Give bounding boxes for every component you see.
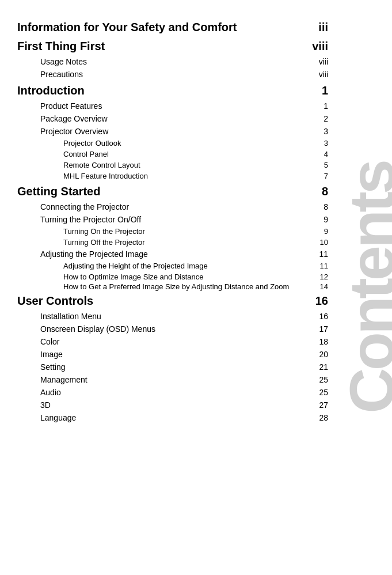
toc-title: Connecting the Projector <box>17 201 129 213</box>
toc-entry: Introduction1 <box>17 81 328 100</box>
toc-entry: Product Features1 <box>17 100 328 112</box>
toc-title: Product Features <box>17 100 102 112</box>
toc-title: 3D <box>17 399 51 411</box>
toc-entry: Setting21 <box>17 361 328 373</box>
toc-title: Management <box>17 373 87 386</box>
toc-entry: Language28 <box>17 411 328 424</box>
toc-page: 2 <box>324 114 328 123</box>
toc-title: Projector Outlook <box>17 138 121 149</box>
toc-entry: Projector Outlook3 <box>17 138 328 149</box>
toc-title: How to Optimize Image Size and Distance <box>17 271 204 282</box>
toc-page: 5 <box>324 161 328 169</box>
toc-page: 16 <box>315 294 328 308</box>
page-container: Information for Your Safety and Comforti… <box>0 0 392 575</box>
toc-title: How to Get a Preferred Image Size by Adj… <box>63 282 289 291</box>
toc-page: 9 <box>324 215 328 224</box>
toc-page: 1 <box>324 101 328 111</box>
toc-entry: Turning On the Projector9 <box>17 226 328 237</box>
toc-entry: Connecting the Projector8 <box>17 201 328 213</box>
toc-page: viii <box>319 57 328 66</box>
toc-title: Turning the Projector On/Off <box>17 213 141 226</box>
toc-page: viii <box>319 70 328 79</box>
toc-title: Getting Started <box>17 181 100 201</box>
toc-title: Installation Menu <box>17 310 101 323</box>
toc-page: 1 <box>322 84 328 97</box>
toc-title: Onscreen Display (OSD) Menus <box>17 323 155 335</box>
toc-title: Projector Overview <box>17 125 108 138</box>
content-area: Information for Your Safety and Comforti… <box>0 0 351 441</box>
toc-title: Turning On the Projector <box>17 226 145 237</box>
toc-entry: Audio25 <box>17 386 328 399</box>
toc-title: Remote Control Layout <box>17 160 140 171</box>
toc-page: 4 <box>324 150 328 158</box>
toc-entry: Color18 <box>17 335 328 348</box>
toc-entry: Remote Control Layout5 <box>17 160 328 171</box>
toc-entry-multiline: How to Get a Preferred Image Size by Adj… <box>17 282 328 291</box>
toc-entry: How to Optimize Image Size and Distance1… <box>17 271 328 282</box>
toc-page: 25 <box>319 375 328 384</box>
toc-page: 8 <box>322 185 328 198</box>
toc-title: Adjusting the Projected Image <box>17 248 148 260</box>
toc-title: User Controls <box>17 291 93 310</box>
toc-page: 25 <box>319 388 328 397</box>
toc-title: Turning Off the Projector <box>17 237 145 248</box>
toc-page: 14 <box>320 282 328 291</box>
toc-page: viii <box>312 40 328 53</box>
toc-entry: Getting Started8 <box>17 181 328 201</box>
toc-title: Usage Notes <box>17 55 87 68</box>
toc-entry: 3D27 <box>17 399 328 411</box>
toc-entry: Turning Off the Projector10 <box>17 237 328 248</box>
toc-page: 11 <box>319 249 328 259</box>
sidebar: Contents <box>351 0 392 575</box>
toc-entry: User Controls16 <box>17 291 328 310</box>
toc-entry: Usage Notesviii <box>17 55 328 68</box>
toc-page: iii <box>318 21 328 34</box>
toc-entry: Management25 <box>17 373 328 386</box>
toc-title: Package Overview <box>17 112 108 125</box>
toc-title: Introduction <box>17 81 85 100</box>
toc-title: Color <box>17 335 59 348</box>
toc-title: Control Panel <box>17 149 109 160</box>
toc-entry: Precautionsviii <box>17 68 328 81</box>
toc-page: 10 <box>320 238 328 247</box>
toc-title: Information for Your Safety and Comfort <box>17 17 237 36</box>
toc-entry: Control Panel4 <box>17 149 328 160</box>
toc-page: 3 <box>324 139 328 147</box>
sidebar-label: Contents <box>340 162 393 414</box>
toc-page: 16 <box>319 312 328 321</box>
toc-title: Setting <box>17 361 66 373</box>
toc-entry: Turning the Projector On/Off9 <box>17 213 328 226</box>
toc-entry: Adjusting the Height of the Projected Im… <box>17 260 328 271</box>
toc-title: Audio <box>17 386 61 399</box>
toc-page: 27 <box>319 400 328 410</box>
toc-page: 9 <box>324 227 328 236</box>
toc-page: 18 <box>319 337 328 346</box>
toc-entry: MHL Feature Introduction7 <box>17 171 328 181</box>
toc-title: MHL Feature Introduction <box>17 171 148 181</box>
toc-entry: Package Overview2 <box>17 112 328 125</box>
toc-entry: First Thing Firstviii <box>17 36 328 55</box>
toc-title: Image <box>17 348 63 361</box>
toc-title: Adjusting the Height of the Projected Im… <box>17 260 208 271</box>
toc-page: 21 <box>319 362 328 372</box>
toc-page: 20 <box>319 350 328 359</box>
toc-entry: Onscreen Display (OSD) Menus17 <box>17 323 328 335</box>
toc-entry: Information for Your Safety and Comforti… <box>17 17 328 36</box>
toc-page: 8 <box>324 202 328 211</box>
toc-title: First Thing First <box>17 36 105 55</box>
toc-entry: Adjusting the Projected Image11 <box>17 248 328 260</box>
toc-title: Language <box>17 411 76 424</box>
toc-page: 28 <box>319 413 328 422</box>
toc-page: 17 <box>319 324 328 334</box>
toc-entry: Projector Overview3 <box>17 125 328 138</box>
toc-page: 3 <box>324 127 328 136</box>
toc-entry: Installation Menu16 <box>17 310 328 323</box>
toc-title: Precautions <box>17 68 83 81</box>
toc-page: 12 <box>320 273 328 281</box>
toc-page: 11 <box>320 262 328 270</box>
toc-entry: Image20 <box>17 348 328 361</box>
toc-page: 7 <box>324 172 328 180</box>
